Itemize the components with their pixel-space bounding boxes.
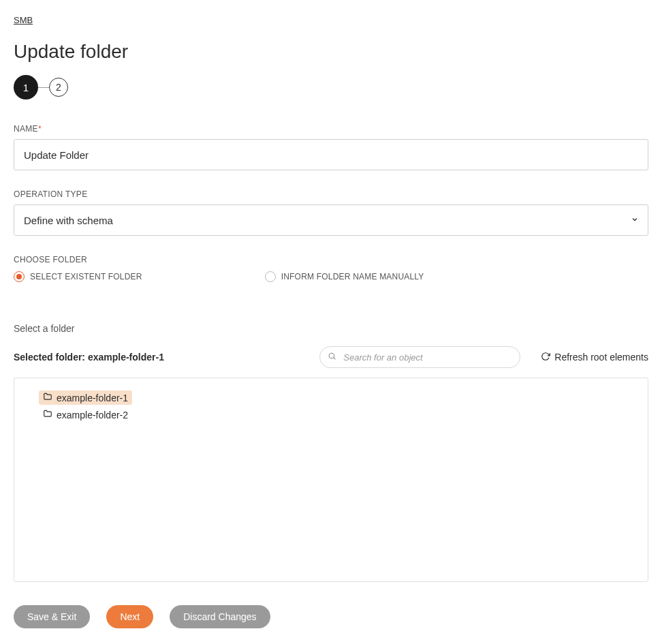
tree-item[interactable]: example-folder-1 [39,390,132,405]
tree-item-label: example-folder-1 [57,393,128,403]
folder-tree[interactable]: example-folder-1 example-folder-2 [14,378,648,582]
next-button[interactable]: Next [106,605,153,628]
name-input[interactable] [14,139,648,170]
step-2[interactable]: 2 [49,78,68,97]
save-exit-button[interactable]: Save & Exit [14,605,90,628]
radio-select-existent[interactable]: SELECT EXISTENT FOLDER [14,271,142,282]
step-1[interactable]: 1 [14,75,38,99]
tree-item-label: example-folder-2 [57,410,128,420]
refresh-root-elements[interactable]: Refresh root elements [541,352,648,363]
search-input[interactable] [319,346,520,368]
svg-point-0 [329,353,334,358]
operation-type-select[interactable]: Define with schema [14,204,648,236]
operation-type-value: Define with schema [24,215,113,226]
refresh-icon [541,352,550,363]
discard-changes-button[interactable]: Discard Changes [170,605,270,628]
choose-folder-label: CHOOSE FOLDER [14,255,648,264]
selected-folder-text: Selected folder: example-folder-1 [14,352,164,363]
refresh-label: Refresh root elements [554,352,648,363]
tree-item[interactable]: example-folder-2 [39,408,132,422]
name-label: NAME* [14,124,648,134]
page-title: Update folder [14,41,648,63]
search-icon [328,351,336,363]
svg-line-1 [334,358,335,359]
required-asterisk: * [38,124,42,134]
operation-type-label: OPERATION TYPE [14,189,648,199]
stepper: 1 2 [14,75,648,99]
radio-unchecked-icon [265,271,276,282]
folder-icon [43,392,52,403]
radio-checked-icon [14,271,25,282]
select-folder-subheading: Select a folder [14,323,648,334]
radio-select-existent-label: SELECT EXISTENT FOLDER [30,272,142,281]
radio-inform-manually-label: INFORM FOLDER NAME MANUALLY [281,272,424,281]
step-connector [38,87,49,88]
radio-inform-manually[interactable]: INFORM FOLDER NAME MANUALLY [265,271,424,282]
breadcrumb-smb[interactable]: SMB [14,15,33,25]
folder-icon [43,409,52,420]
